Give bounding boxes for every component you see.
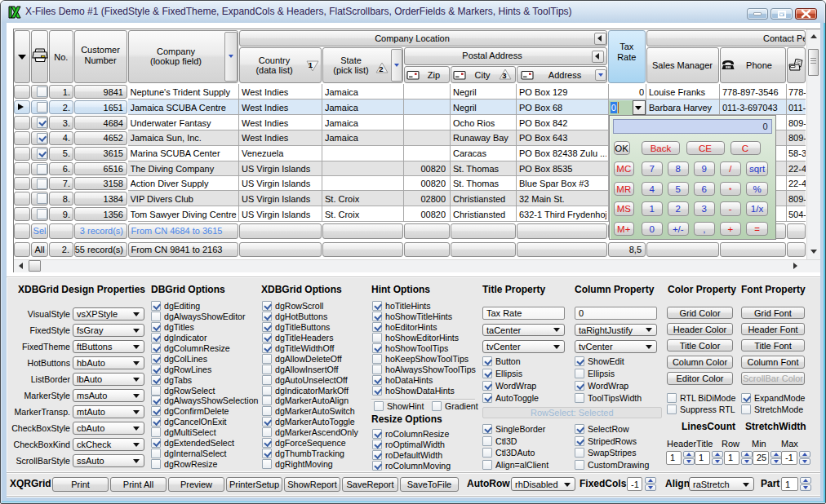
svg-text:2: 2: [379, 64, 383, 73]
svg-text:3: 3: [502, 71, 506, 80]
svg-text:1: 1: [309, 60, 313, 69]
